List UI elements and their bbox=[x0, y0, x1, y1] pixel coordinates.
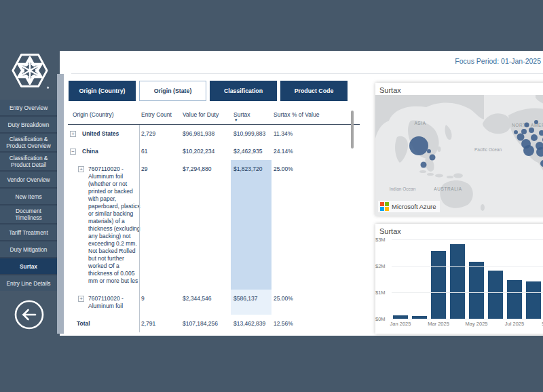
sidebar-item-entry-line-details[interactable]: Entry Line Details bbox=[0, 275, 57, 291]
sidebar: Entry OverviewDuty BreakdownClassificati… bbox=[0, 0, 57, 392]
cell-value-for-duty: $96,981,938 bbox=[183, 130, 214, 137]
cell-surtax: $13,462,839 bbox=[233, 320, 265, 327]
bar-may-2025[interactable] bbox=[469, 262, 484, 319]
expand-icon[interactable]: + bbox=[78, 166, 84, 172]
cell-surtax: $2,462,935 bbox=[233, 148, 263, 155]
microsoft-logo-icon bbox=[380, 202, 389, 211]
table-row-total[interactable]: Total2,791$107,184,256$13,462,83912.56% bbox=[68, 315, 360, 332]
header-divider bbox=[71, 73, 543, 74]
bar-apr-2025[interactable] bbox=[450, 244, 465, 319]
cell-surtax-pct: 25.00% bbox=[274, 165, 293, 172]
gridline bbox=[392, 239, 543, 240]
tab-origin-country[interactable]: Origin (Country) bbox=[69, 81, 136, 101]
map-bubble-11[interactable] bbox=[531, 134, 538, 141]
collapse-icon[interactable]: − bbox=[70, 149, 76, 155]
cell-surtax-pct: 12.56% bbox=[274, 320, 293, 327]
sidebar-item-document-timeliness[interactable]: Document Timeliness bbox=[0, 205, 57, 223]
cell-value-for-duty: $2,344,546 bbox=[183, 295, 212, 302]
map-bubble-5[interactable] bbox=[517, 134, 525, 141]
bar-jun-2025[interactable] bbox=[488, 271, 503, 319]
x-axis-tick-label: Jan 2025 bbox=[386, 321, 415, 327]
table-row-united-states[interactable]: +United States2,729$96,981,938$10,999,88… bbox=[68, 125, 360, 142]
map-bubble-0[interactable] bbox=[409, 136, 428, 155]
gridline bbox=[392, 266, 543, 267]
column-header-entry-count[interactable]: Entry Count bbox=[141, 111, 172, 118]
cell-surtax-pct: 11.34% bbox=[274, 130, 293, 137]
x-axis-tick-label: Mar 2025 bbox=[424, 321, 453, 327]
map-bubble-7[interactable] bbox=[525, 123, 529, 128]
bar-aug-2025[interactable] bbox=[526, 281, 541, 319]
chart-plot-area bbox=[392, 224, 543, 319]
cell-surtax-pct: 24.14% bbox=[274, 148, 293, 155]
row-label: Total bbox=[77, 320, 134, 328]
map-bubble-1[interactable] bbox=[427, 149, 431, 153]
map-bubble-2[interactable] bbox=[430, 155, 436, 161]
sidebar-item-new-items[interactable]: New Items bbox=[0, 189, 57, 204]
bar-jul-2025[interactable] bbox=[507, 280, 522, 319]
sidebar-item-duty-mitigation[interactable]: Duty Mitigation bbox=[0, 241, 57, 257]
map-label-asia: ASIA bbox=[414, 121, 426, 125]
column-separator bbox=[139, 125, 140, 332]
tab-origin-state[interactable]: Origin (State) bbox=[139, 81, 206, 101]
y-axis-tick-label: $2M bbox=[375, 263, 390, 269]
table-row-china[interactable]: −China61$10,202,234$2,462,93524.14% bbox=[68, 142, 360, 160]
view-tabs: Origin (Country)Origin (State)Classifica… bbox=[69, 81, 348, 101]
cell-surtax: $10,999,883 bbox=[233, 130, 265, 137]
y-axis-tick-label: $1M bbox=[375, 290, 390, 296]
column-header-origin-country[interactable]: Origin (Country) bbox=[73, 111, 113, 118]
sidebar-item-vendor-overview[interactable]: Vendor Overview bbox=[0, 172, 57, 187]
row-label: China bbox=[82, 148, 139, 155]
table-header-row: Origin (Country)Entry CountValue for Dut… bbox=[68, 109, 360, 125]
map-bubble-12[interactable] bbox=[523, 145, 534, 156]
column-header-surtax[interactable]: Surtax bbox=[233, 111, 250, 118]
map-bubble-8[interactable] bbox=[529, 128, 534, 133]
x-axis-tick-label: Sep 2025 bbox=[538, 321, 543, 327]
sidebar-nav: Entry OverviewDuty BreakdownClassificati… bbox=[0, 100, 57, 291]
back-button[interactable] bbox=[13, 298, 45, 331]
map-bubble-4[interactable] bbox=[514, 130, 518, 134]
map-bubble-9[interactable] bbox=[534, 120, 538, 124]
sidebar-item-classification-product-overv[interactable]: Classification & Product Overview bbox=[0, 134, 57, 151]
table-row-7607110020-aluminum-foil[interactable]: +7607110020 - Aluminum foil9$2,344,546$5… bbox=[68, 290, 360, 315]
cell-entry-count: 61 bbox=[141, 148, 147, 155]
sidebar-item-classification-product-detai[interactable]: Classification & Product Detail bbox=[0, 153, 57, 170]
map-card: Surtax bbox=[375, 83, 543, 216]
column-header-surtax-of-value[interactable]: Surtax % of Value bbox=[274, 111, 319, 118]
x-axis-tick-label: Jul 2025 bbox=[500, 321, 529, 327]
column-header-value-for-duty[interactable]: Value for Duty bbox=[183, 111, 219, 118]
surtax-table: Origin (Country)Entry CountValue for Dut… bbox=[68, 109, 360, 332]
back-arrow-icon bbox=[13, 298, 45, 331]
bar-mar-2025[interactable] bbox=[431, 251, 446, 319]
surtax-bar-chart: $0M$1M$2M$3MJan 2025Mar 2025May 2025Jul … bbox=[375, 224, 543, 334]
sidebar-item-tariff-treatment[interactable]: Tariff Treatment bbox=[0, 224, 57, 240]
table-row-7607110020-aluminum-foil-whe[interactable]: +7607110020 - Aluminum foil (whether or … bbox=[68, 160, 360, 290]
cell-surtax: $586,137 bbox=[233, 295, 257, 302]
sidebar-item-duty-breakdown[interactable]: Duty Breakdown bbox=[0, 117, 57, 132]
sidebar-item-entry-overview[interactable]: Entry Overview bbox=[0, 100, 57, 115]
sidebar-item-surtax[interactable]: Surtax bbox=[0, 258, 57, 274]
selected-cell-highlight bbox=[231, 160, 272, 290]
tab-classification[interactable]: Classification bbox=[210, 81, 277, 101]
x-axis-tick-label: May 2025 bbox=[462, 321, 491, 327]
world-map[interactable]: ASIANORTH AMERICAPacific OceanIndian Oce… bbox=[375, 95, 543, 216]
map-label-indian-ocean: Indian Ocean bbox=[390, 187, 416, 191]
tab-product-code[interactable]: Product Code bbox=[280, 81, 348, 101]
map-title: Surtax bbox=[375, 83, 543, 94]
cell-value-for-duty: $107,184,256 bbox=[183, 320, 218, 327]
map-bubble-6[interactable] bbox=[521, 129, 527, 134]
expand-icon[interactable]: + bbox=[78, 296, 84, 302]
map-attribution: Microsoft Azure bbox=[378, 201, 440, 212]
gridline bbox=[392, 319, 543, 319]
table-scrollbar-thumb[interactable] bbox=[351, 111, 354, 149]
dashboard-canvas: Entry OverviewDuty BreakdownClassificati… bbox=[0, 0, 543, 392]
map-label-pacific-ocean: Pacific Ocean bbox=[474, 147, 502, 152]
gridline bbox=[392, 292, 543, 293]
expand-icon[interactable]: + bbox=[70, 131, 76, 137]
map-bubble-3[interactable] bbox=[421, 162, 427, 168]
bar-chart-card: Surtax $0M$1M$2M$3MJan 2025Mar 2025May 2… bbox=[375, 224, 543, 334]
cell-surtax: $1,823,720 bbox=[233, 165, 263, 172]
hexagon-arrows-logo-icon bbox=[10, 50, 50, 91]
report-sheet: Focus Period: 01-Jan-2025 Origin (Countr… bbox=[60, 51, 543, 336]
focus-period-label: Focus Period: 01-Jan-2025 bbox=[455, 57, 541, 65]
table-body: +United States2,729$96,981,938$10,999,88… bbox=[68, 125, 360, 332]
